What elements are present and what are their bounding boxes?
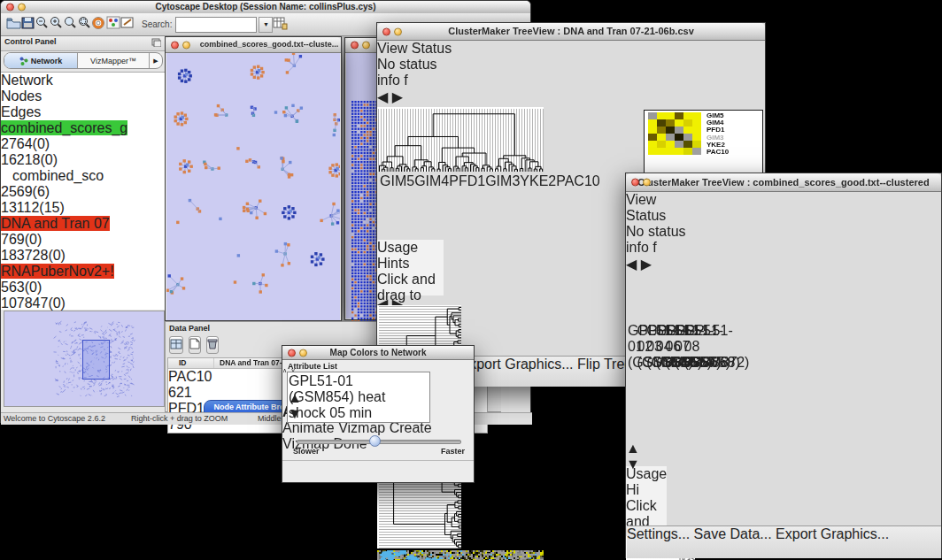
network-row[interactable]: DNA and Tran 07769(0)183728(0) <box>1 216 166 264</box>
tab-network[interactable]: Network <box>4 53 78 68</box>
speed-slider-thumb[interactable] <box>369 435 381 447</box>
status-hint-middle: Middle- <box>258 414 284 423</box>
control-panel-title: Control Panel <box>4 37 57 46</box>
network-nodes-count: 563(0) <box>1 280 166 295</box>
close-icon[interactable] <box>631 179 639 187</box>
treeview2-titlebar[interactable]: ClusterMaker TreeView : combined_scores_… <box>626 173 941 192</box>
column-header[interactable]: ID <box>168 358 214 368</box>
network-name-label: DNA and Tran 07 <box>1 216 110 231</box>
save-button[interactable] <box>21 17 35 33</box>
annotation-icon <box>120 16 135 29</box>
network-overview-panel[interactable] <box>4 311 165 407</box>
zoom-window-icon[interactable] <box>311 349 319 357</box>
tab-more-button[interactable]: ▶ <box>150 53 162 68</box>
treeview1-column-dendrogram[interactable] <box>377 107 545 173</box>
labels-vscrollbar[interactable]: ▲ ▼ <box>626 395 637 466</box>
minimize-icon[interactable] <box>299 349 307 357</box>
close-icon[interactable] <box>351 42 359 50</box>
network-row[interactable]: RNAPuberNov2+!563(0)107847(0) <box>1 264 166 311</box>
minimize-icon[interactable] <box>394 27 402 35</box>
attribute-item[interactable]: GPL51-01 (GSM854) heat shock 05 min <box>289 373 418 421</box>
network-row[interactable]: combined_sco2569(6)13112(15) <box>1 168 166 216</box>
zoom-in-button[interactable] <box>49 16 63 33</box>
similarity-matrix[interactable] <box>648 112 701 155</box>
tab-network-label: Network <box>31 57 63 65</box>
treeview1-title: ClusterMaker TreeView : DNA and Tran 07-… <box>448 26 694 36</box>
zoom-window-icon[interactable] <box>405 27 413 35</box>
slower-label: Slower <box>293 447 320 456</box>
tab-vizmapper[interactable]: VizMapper™ <box>78 53 150 68</box>
network-overview-canvas[interactable] <box>4 311 162 404</box>
settings-button[interactable]: Settings... <box>627 526 690 541</box>
network1-canvas[interactable] <box>166 53 340 320</box>
zoom-window-icon[interactable] <box>654 179 662 187</box>
close-icon[interactable] <box>382 27 390 35</box>
minimize-icon[interactable] <box>362 42 370 50</box>
open-file-button[interactable] <box>6 17 21 33</box>
vizmapper-button[interactable] <box>106 16 120 33</box>
scroll-right-icon[interactable]: ▶ <box>392 89 403 104</box>
treeview1-column-labels: GIM5GIM4PFD1GIM3YKE2PAC10 <box>377 173 436 240</box>
table-plus-icon <box>273 16 288 30</box>
network-edges-count: 16218(0) <box>1 152 166 168</box>
help-button[interactable] <box>91 16 106 34</box>
view-status-text: No status info f <box>377 57 463 88</box>
matrix-cell <box>657 141 666 148</box>
treeview1-titlebar[interactable]: ClusterMaker TreeView : DNA and Tran 07-… <box>377 23 765 41</box>
scroll-right-icon[interactable]: ▶ <box>641 257 652 272</box>
export-graphics-button[interactable]: Export Graphics... <box>776 526 889 541</box>
main-titlebar[interactable]: Cytoscape Desktop (Session Name: collins… <box>1 1 530 14</box>
column-dendrogram-canvas[interactable] <box>377 107 544 172</box>
close-icon[interactable] <box>171 41 179 49</box>
treeview1-heatmap[interactable] <box>377 550 545 560</box>
matrix-cell <box>675 127 683 134</box>
annotation-button[interactable] <box>120 16 135 33</box>
close-icon[interactable] <box>6 4 14 12</box>
select-attributes-button[interactable] <box>169 336 183 354</box>
zoom-selected-button[interactable] <box>63 16 77 33</box>
network1-titlebar[interactable]: combined_scores_good.txt--cluste... <box>166 37 341 53</box>
network1-view[interactable] <box>166 53 340 319</box>
zoom-fit-button[interactable] <box>77 16 91 33</box>
dialog-separator <box>282 460 474 461</box>
export-graphics-button[interactable]: Export Graphics... <box>460 357 574 372</box>
heatmap-canvas[interactable] <box>377 550 544 560</box>
column-label: GIM5 <box>380 173 414 240</box>
import-table-button[interactable] <box>273 16 288 34</box>
column-label: GIM4 <box>414 173 449 240</box>
column-header[interactable]: Network <box>1 73 83 88</box>
network-tree-icon <box>19 57 28 65</box>
search-input[interactable] <box>175 17 257 33</box>
column-header[interactable]: Nodes <box>1 88 42 104</box>
close-icon[interactable] <box>288 349 296 357</box>
network-nodes-count: 2764(0) <box>1 136 166 152</box>
matrix-cell <box>648 119 657 127</box>
minimize-icon[interactable] <box>182 41 190 49</box>
network-nodes-count: 769(0) <box>1 232 166 248</box>
dialog-titlebar[interactable]: Map Colors to Network <box>282 346 474 360</box>
zoom-window-icon[interactable] <box>29 4 37 12</box>
network-row[interactable]: combined_scores_g2764(0)16218(0) <box>1 120 166 168</box>
scroll-left-icon[interactable]: ◀ <box>377 89 388 104</box>
attribute-list-items: GPL51-01 (GSM854) heat shock 05 minGPL51… <box>289 373 418 423</box>
float-panel-icon[interactable] <box>151 38 161 47</box>
matrix-cell <box>675 119 683 127</box>
view-status-hscrollbar[interactable]: ◀ ▶ <box>377 88 458 98</box>
scrollbar-thumb[interactable] <box>626 395 637 441</box>
new-attribute-button[interactable] <box>189 336 201 354</box>
matrix-cell <box>666 134 675 141</box>
zoom-window-icon[interactable] <box>194 41 202 49</box>
delete-attribute-button[interactable] <box>206 336 219 354</box>
zoom-out-button[interactable] <box>35 16 49 33</box>
scroll-left-icon[interactable]: ◀ <box>626 257 637 272</box>
minimize-icon[interactable] <box>643 179 651 187</box>
save-data-button[interactable]: Save Data... <box>694 526 772 541</box>
column-header[interactable]: Edges <box>1 104 42 120</box>
attribute-item[interactable]: GPL51-02 (GSM855) heat shock 10 min <box>289 421 418 423</box>
attribute-list[interactable]: GPL51-01 (GSM854) heat shock 05 minGPL51… <box>287 372 430 423</box>
network-edges-count: 183728(0) <box>1 248 166 264</box>
minimize-icon[interactable] <box>18 4 26 12</box>
matrix-cell <box>683 141 692 148</box>
search-dropdown-button[interactable]: ▼ <box>259 17 273 33</box>
scroll-up-icon[interactable]: ▲ <box>626 441 640 456</box>
